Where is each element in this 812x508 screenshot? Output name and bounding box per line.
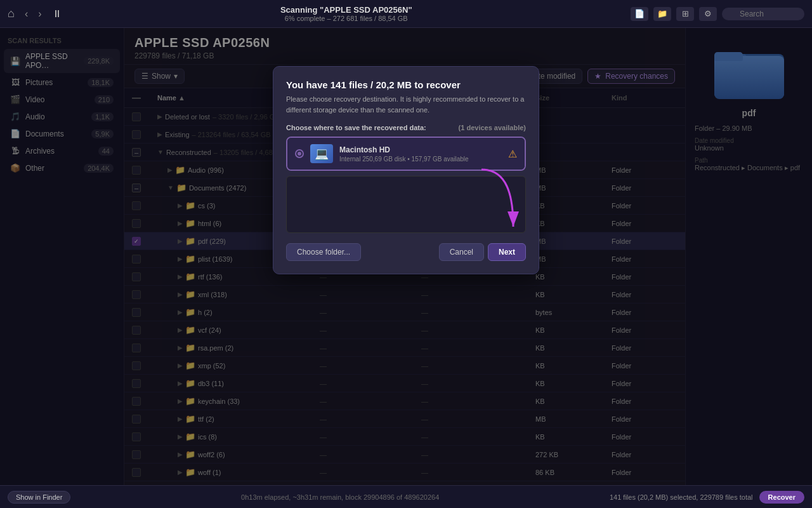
home-icon[interactable]: ⌂ bbox=[8, 7, 15, 20]
show-finder-button[interactable]: Show in Finder bbox=[8, 491, 70, 504]
modal-choose-text: Choose where to save the recovered data: bbox=[286, 124, 426, 131]
choose-folder-button[interactable]: Choose folder... bbox=[286, 243, 361, 261]
modal-title: You have 141 files / 20,2 MB to recover bbox=[286, 79, 526, 90]
topbar-actions: 📄 📁 ⊞ ⚙ 🔍 bbox=[631, 7, 804, 21]
search-input[interactable] bbox=[722, 8, 804, 20]
device-detail: Internal 250,69 GB disk • 157,97 GB avai… bbox=[339, 156, 502, 163]
modal-device-list: 💻 Macintosh HD Internal 250,69 GB disk •… bbox=[286, 137, 526, 171]
modal-overlay: You have 141 files / 20,2 MB to recover … bbox=[0, 28, 812, 485]
warning-icon: ⚠ bbox=[508, 148, 517, 160]
bottombar-right: 141 files (20,2 MB) selected, 229789 fil… bbox=[610, 491, 804, 504]
settings-icon[interactable]: ⚙ bbox=[699, 7, 717, 21]
modal-device-item[interactable]: 💻 Macintosh HD Internal 250,69 GB disk •… bbox=[287, 138, 525, 170]
modal-btn-group: Cancel Next bbox=[439, 243, 526, 261]
scan-subtitle: 6% complete – 272 681 files / 88,54 GB bbox=[285, 15, 408, 22]
device-icon: 💻 bbox=[310, 144, 333, 163]
nav-buttons: ‹ › bbox=[21, 7, 46, 21]
scan-status: Scanning "APPLE SSD AP0256N" 6% complete… bbox=[69, 5, 624, 22]
bottombar: Show in Finder 0h13m elapsed, ~3h31m rem… bbox=[0, 485, 812, 508]
scan-title: Scanning "APPLE SSD AP0256N" bbox=[280, 5, 412, 15]
bottombar-status: 0h13m elapsed, ~3h31m remain, block 2990… bbox=[78, 493, 602, 501]
devices-available: (1 devices available) bbox=[459, 124, 526, 131]
radio-button[interactable] bbox=[295, 149, 304, 158]
modal-footer: Choose folder... Cancel Next bbox=[286, 243, 526, 261]
files-icon[interactable]: 📄 bbox=[631, 7, 648, 21]
back-button[interactable]: ‹ bbox=[21, 7, 32, 21]
device-name: Macintosh HD bbox=[339, 145, 502, 154]
device-info: Macintosh HD Internal 250,69 GB disk • 1… bbox=[339, 145, 502, 163]
selection-info: 141 files (20,2 MB) selected, 229789 fil… bbox=[610, 493, 753, 501]
modal-description: Please choose recovery destination. It i… bbox=[286, 94, 526, 115]
forward-button[interactable]: › bbox=[34, 7, 45, 21]
grid-icon[interactable]: ⊞ bbox=[676, 7, 694, 21]
folder-icon[interactable]: 📁 bbox=[653, 7, 671, 21]
modal-empty-area bbox=[286, 176, 526, 233]
modal-choose-label: Choose where to save the recovered data:… bbox=[286, 124, 526, 131]
recover-button[interactable]: Recover bbox=[759, 491, 804, 504]
cancel-button[interactable]: Cancel bbox=[439, 243, 484, 261]
search-wrap: 🔍 bbox=[722, 8, 804, 20]
topbar: ⌂ ‹ › ⏸ Scanning "APPLE SSD AP0256N" 6% … bbox=[0, 0, 812, 28]
pause-button[interactable]: ⏸ bbox=[52, 8, 62, 20]
recovery-modal: You have 141 files / 20,2 MB to recover … bbox=[273, 66, 539, 274]
next-button[interactable]: Next bbox=[488, 243, 526, 261]
